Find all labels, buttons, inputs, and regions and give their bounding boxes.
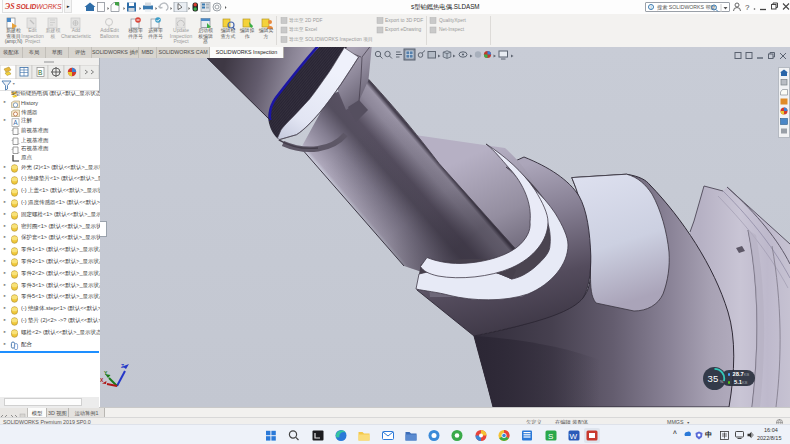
svg-text:A: A: [13, 119, 18, 126]
svg-text:%: %: [720, 379, 724, 384]
svg-text:Z: Z: [121, 363, 124, 369]
svg-text:S: S: [548, 432, 553, 441]
svg-text:B: B: [38, 69, 42, 76]
svg-text:W: W: [569, 432, 577, 441]
svg-text:?: ?: [745, 3, 750, 12]
svg-text:35: 35: [708, 373, 719, 384]
